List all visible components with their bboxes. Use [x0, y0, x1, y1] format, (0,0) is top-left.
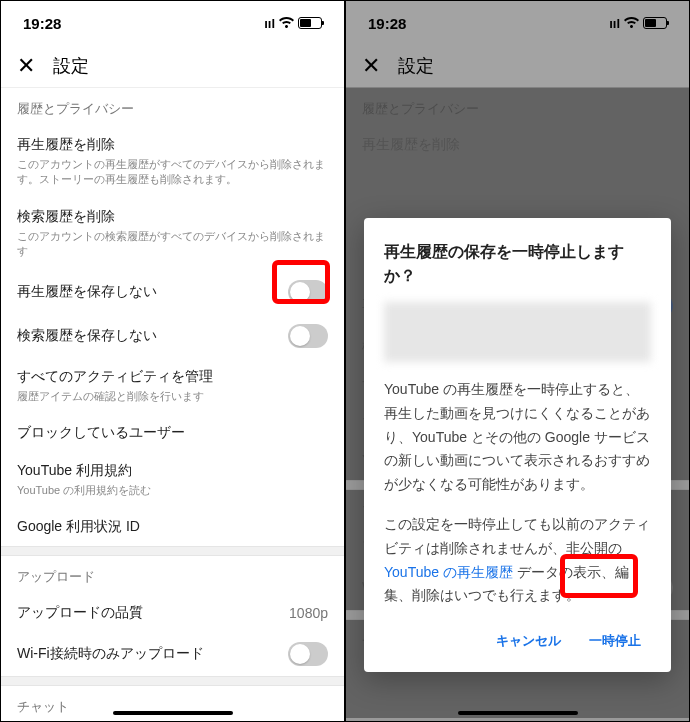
signal-icon: ııl [264, 16, 275, 31]
row-pause-watch-history: 再生履歴を保存しない [1, 270, 344, 314]
status-bar: 19:28 ııl [346, 1, 689, 45]
cancel-button[interactable]: キャンセル [486, 624, 571, 658]
row-desc: 履歴アイテムの確認と削除を行います [17, 389, 328, 404]
status-indicators: ııl [609, 16, 667, 31]
battery-icon [298, 17, 322, 29]
close-icon[interactable]: ✕ [17, 53, 35, 79]
settings-header: ✕ 設定 [1, 45, 344, 88]
row-upload-quality[interactable]: アップロードの品質 1080p [1, 594, 344, 632]
signal-icon: ııl [609, 16, 620, 31]
row-title: アップロードの品質 [17, 604, 289, 622]
close-icon[interactable]: ✕ [362, 53, 380, 79]
row-title: 検索履歴を削除 [17, 208, 328, 226]
row-desc: このアカウントの再生履歴がすべてのデバイスから削除されます。ストーリーの再生履歴… [17, 157, 328, 188]
page-title: 設定 [398, 54, 434, 78]
row-title: Google 利用状況 ID [17, 518, 328, 536]
home-indicator [113, 711, 233, 715]
status-time: 19:28 [23, 15, 61, 32]
dialog-actions: キャンセル 一時停止 [384, 624, 651, 658]
dialog-paragraph-1: YouTube の再生履歴を一時停止すると、再生した動画を見つけにくくなることが… [384, 378, 651, 497]
wifi-icon [624, 16, 639, 31]
section-history-privacy: 履歴とプライバシー [1, 88, 344, 126]
row-desc: YouTube の利用規約を読む [17, 483, 328, 498]
row-clear-watch-history[interactable]: 再生履歴を削除 このアカウントの再生履歴がすべてのデバイスから削除されます。スト… [1, 126, 344, 198]
battery-icon [643, 17, 667, 29]
status-time: 19:28 [368, 15, 406, 32]
page-title: 設定 [53, 54, 89, 78]
row-title: ブロックしているユーザー [17, 424, 328, 442]
settings-header: ✕ 設定 [346, 45, 689, 88]
row-clear-search-history[interactable]: 検索履歴を削除 このアカウントの検索履歴がすべてのデバイスから削除されます [1, 198, 344, 270]
divider [1, 676, 344, 686]
row-wifi-upload: Wi-Fi接続時のみアップロード [1, 632, 344, 676]
pause-button[interactable]: 一時停止 [579, 624, 651, 658]
row-pause-search-history: 検索履歴を保存しない [1, 314, 344, 358]
row-youtube-terms[interactable]: YouTube 利用規約 YouTube の利用規約を読む [1, 452, 344, 508]
status-indicators: ııl [264, 16, 322, 31]
dialog-paragraph-2: この設定を一時停止しても以前のアクティビティは削除されませんが、非公開の You… [384, 513, 651, 608]
wifi-icon [279, 16, 294, 31]
upload-quality-value: 1080p [289, 605, 328, 621]
row-google-usage-id[interactable]: Google 利用状況 ID [1, 508, 344, 546]
row-title: すべてのアクティビティを管理 [17, 368, 328, 386]
confirm-dialog: 再生履歴の保存を一時停止しますか？ YouTube の再生履歴を一時停止すると、… [364, 218, 671, 672]
toggle-pause-search[interactable] [288, 324, 328, 348]
toggle-pause-watch[interactable] [288, 280, 328, 304]
toggle-wifi-upload[interactable] [288, 642, 328, 666]
row-title: Wi-Fi接続時のみアップロード [17, 645, 288, 663]
watch-history-link[interactable]: YouTube の再生履歴 [384, 564, 513, 580]
row-desc: このアカウントの検索履歴がすべてのデバイスから削除されます [17, 229, 328, 260]
dialog-title: 再生履歴の保存を一時停止しますか？ [384, 240, 651, 288]
row-title: 再生履歴を保存しない [17, 283, 288, 301]
dialog-redacted [384, 302, 651, 362]
row-blocked-users[interactable]: ブロックしているユーザー [1, 414, 344, 452]
row-title: 検索履歴を保存しない [17, 327, 288, 345]
status-bar: 19:28 ııl [1, 1, 344, 45]
row-title: 再生履歴を削除 [17, 136, 328, 154]
row-title: YouTube 利用規約 [17, 462, 328, 480]
row-manage-activity[interactable]: すべてのアクティビティを管理 履歴アイテムの確認と削除を行います [1, 358, 344, 414]
divider [1, 546, 344, 556]
section-uploads: アップロード [1, 556, 344, 594]
